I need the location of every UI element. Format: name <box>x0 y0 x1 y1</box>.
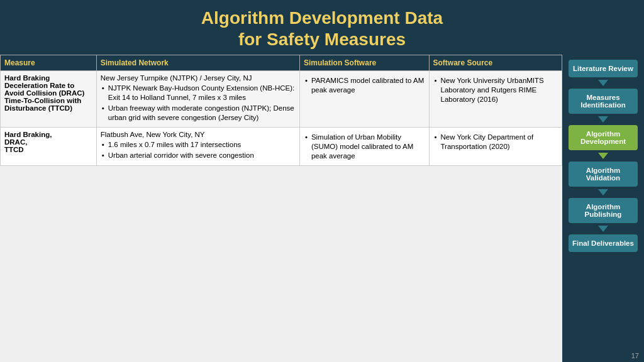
simsw-cell-1: PARAMICS model calibrated to AM peak ave… <box>299 71 429 128</box>
list-item: New York University UrbanMITS Laboratory… <box>433 76 558 104</box>
arrow-icon <box>598 153 608 159</box>
list-item: NJTPK Newark Bay-Hudson County Extension… <box>101 84 296 102</box>
col-header-simnet: Simulated Network <box>96 55 299 71</box>
main-content: Measure Simulated Network Simulation Sof… <box>0 55 644 362</box>
arrow-icon <box>598 116 608 123</box>
list-item: Urban freeway with moderate congestion (… <box>101 104 296 123</box>
sidebar-item-measures-identification[interactable]: Measures Identification <box>569 89 638 114</box>
sidebar-item-literature-review[interactable]: Literature Review <box>569 60 638 77</box>
sidebar-item-final-deliverables[interactable]: Final Deliverables <box>569 234 638 252</box>
sidebar-item-algorithm-development[interactable]: Algorithm Development <box>569 125 638 150</box>
list-item: PARAMICS model calibrated to AM peak ave… <box>304 76 425 95</box>
list-item: Simulation of Urban Mobility (SUMO) mode… <box>304 133 425 161</box>
sidebar-item-algorithm-validation[interactable]: Algorithm Validation <box>569 162 638 187</box>
algorithm-data-table: Measure Simulated Network Simulation Sof… <box>0 55 562 166</box>
simsw-cell-2: Simulation of Urban Mobility (SUMO) mode… <box>299 127 429 165</box>
simnet-cell-1: New Jersey Turnpike (NJTPK) / Jersey Cit… <box>96 71 299 128</box>
measure-cell-1: Hard Braking Deceleration Rate to Avoid … <box>1 71 97 128</box>
table-row: Hard Braking Deceleration Rate to Avoid … <box>1 71 562 128</box>
data-table-section: Measure Simulated Network Simulation Sof… <box>0 55 562 362</box>
sidebar-item-algorithm-publishing[interactable]: Algorithm Publishing <box>569 198 638 223</box>
swsrc-cell-1: New York University UrbanMITS Laboratory… <box>429 71 562 128</box>
swsrc-cell-2: New York City Department of Transportati… <box>429 127 562 165</box>
simnet-cell-2: Flatbush Ave, New York City, NY 1.6 mile… <box>96 127 299 165</box>
table-row: Hard Braking, DRAC, TTCD Flatbush Ave, N… <box>1 127 562 165</box>
measure-cell-2: Hard Braking, DRAC, TTCD <box>1 127 97 165</box>
col-header-swsrc: Software Source <box>429 55 562 71</box>
col-header-measure: Measure <box>1 55 97 71</box>
page-header: Algorithm Development Data for Safety Me… <box>0 0 644 55</box>
list-item: 1.6 miles x 0.7 miles with 17 intersecti… <box>101 140 296 150</box>
arrow-icon <box>598 226 608 232</box>
page-title: Algorithm Development Data for Safety Me… <box>0 8 644 50</box>
list-item: New York City Department of Transportati… <box>433 133 558 151</box>
page-number: 17 <box>631 352 639 359</box>
arrow-icon <box>598 189 608 195</box>
col-header-simsw: Simulation Software <box>299 55 429 71</box>
arrow-icon <box>598 80 608 86</box>
list-item: Urban arterial corridor with severe cong… <box>101 151 296 160</box>
sidebar: Literature Review Measures Identificatio… <box>562 55 644 362</box>
